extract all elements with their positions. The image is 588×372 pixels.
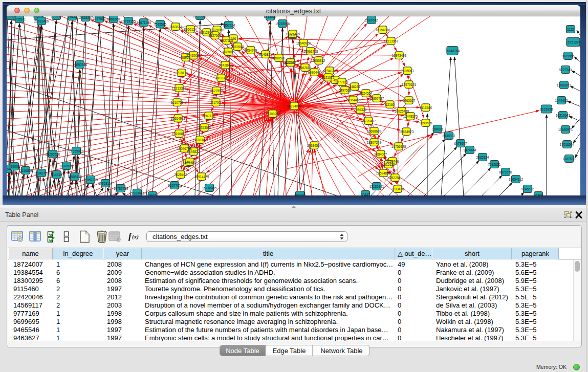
svg-text:92456: 92456	[534, 194, 543, 196]
svg-text:3875685: 3875685	[222, 50, 235, 54]
svg-text:1905571: 1905571	[13, 17, 26, 21]
svg-text:1527602: 1527602	[93, 17, 106, 20]
svg-text:10973493: 10973493	[392, 54, 407, 57]
svg-text:12093872: 12093872	[557, 83, 572, 87]
svg-text:746266: 746266	[349, 85, 360, 89]
svg-text:9227343: 9227343	[559, 68, 572, 72]
svg-text:18724007: 18724007	[287, 104, 302, 108]
svg-text:1621072: 1621072	[322, 76, 335, 79]
svg-text:17359928: 17359928	[69, 149, 84, 153]
svg-text:7625402: 7625402	[175, 173, 187, 177]
svg-text:1990448: 1990448	[308, 71, 321, 74]
svg-text:12923445: 12923445	[130, 191, 145, 195]
svg-text:17957225: 17957225	[83, 178, 98, 182]
svg-text:41700: 41700	[211, 101, 221, 104]
svg-text:16210643: 16210643	[556, 114, 571, 117]
svg-text:11325419: 11325419	[286, 32, 300, 36]
svg-text:12353594: 12353594	[197, 126, 212, 129]
svg-text:604476: 604476	[294, 193, 306, 196]
svg-text:1588520: 1588520	[273, 56, 286, 60]
svg-text:20691406: 20691406	[34, 19, 49, 23]
svg-text:62160: 62160	[385, 103, 395, 106]
svg-text:23226058: 23226058	[210, 28, 225, 32]
svg-text:11156829: 11156829	[18, 169, 33, 172]
svg-text:1167533: 1167533	[563, 157, 576, 161]
svg-text:10756928: 10756928	[391, 145, 406, 148]
svg-text:10671355: 10671355	[137, 21, 151, 25]
svg-text:546: 546	[231, 37, 236, 40]
svg-text:10975857: 10975857	[59, 164, 74, 168]
svg-text:10025438: 10025438	[395, 110, 409, 113]
svg-text:20364456: 20364456	[346, 98, 361, 102]
svg-text:13449575: 13449575	[403, 115, 418, 118]
svg-text:8267130: 8267130	[203, 114, 215, 118]
svg-text:12213957: 12213957	[384, 39, 399, 43]
svg-text:149382: 149382	[184, 160, 195, 164]
svg-text:7485063: 7485063	[401, 69, 414, 73]
svg-text:10654112: 10654112	[509, 178, 523, 181]
svg-text:8471676: 8471676	[499, 170, 512, 174]
svg-text:6479197: 6479197	[454, 142, 467, 145]
svg-text:12975125: 12975125	[402, 83, 417, 86]
svg-text:2935134: 2935134	[476, 156, 489, 159]
svg-text:16033809: 16033809	[193, 16, 208, 18]
svg-text:9242848: 9242848	[219, 63, 232, 67]
svg-text:15716485: 15716485	[202, 186, 217, 190]
svg-text:13524855: 13524855	[376, 171, 391, 175]
svg-text:17016504: 17016504	[560, 143, 575, 146]
svg-text:129234: 129234	[147, 194, 158, 196]
svg-text:(x): (x)	[132, 233, 139, 240]
svg-text:19166852: 19166852	[172, 132, 187, 136]
svg-text:5493822: 5493822	[187, 150, 200, 154]
svg-text:8813054: 8813054	[264, 16, 277, 18]
svg-text:7663822: 7663822	[169, 25, 182, 29]
svg-text:7515526: 7515526	[154, 23, 167, 26]
svg-text:12213303: 12213303	[172, 86, 187, 90]
svg-text:3624554: 3624554	[360, 92, 373, 95]
svg-text:15720407: 15720407	[361, 119, 376, 123]
svg-text:16154808: 16154808	[376, 28, 390, 32]
svg-text:8427552: 8427552	[210, 89, 223, 93]
svg-text:9115460: 9115460	[420, 106, 432, 110]
svg-text:1562615: 1562615	[299, 66, 312, 70]
svg-text:12905135: 12905135	[68, 175, 82, 179]
svg-text:7986322: 7986322	[354, 108, 367, 112]
svg-text:15692971: 15692971	[558, 128, 573, 132]
svg-text:20053346: 20053346	[73, 63, 88, 67]
svg-text:9146821: 9146821	[259, 53, 272, 56]
svg-text:9327509: 9327509	[209, 34, 222, 37]
svg-text:9474444: 9474444	[464, 148, 476, 152]
svg-text:16782759: 16782759	[114, 187, 128, 190]
svg-text:10688609: 10688609	[367, 129, 382, 133]
svg-text:206914: 206914	[33, 16, 44, 18]
svg-text:9084067: 9084067	[375, 152, 387, 156]
svg-text:7955812: 7955812	[313, 59, 325, 62]
svg-text:16961758: 16961758	[303, 50, 318, 53]
svg-text:15300215: 15300215	[266, 112, 280, 116]
svg-text:8215958: 8215958	[540, 107, 553, 111]
svg-text:16914479: 16914479	[194, 175, 209, 179]
svg-text:12942757: 12942757	[34, 171, 49, 175]
svg-text:114519: 114519	[52, 173, 62, 177]
svg-text:19384554: 19384554	[307, 144, 322, 147]
svg-text:9245612: 9245612	[521, 187, 534, 191]
svg-text:18807249: 18807249	[367, 141, 382, 144]
svg-text:10807487: 10807487	[369, 97, 384, 100]
svg-text:6497568: 6497568	[339, 89, 352, 92]
svg-text:9657791: 9657791	[168, 184, 181, 187]
svg-text:1615112: 1615112	[382, 163, 395, 166]
svg-text:30447: 30447	[361, 193, 370, 196]
svg-text:9463627: 9463627	[403, 99, 416, 102]
svg-text:105332: 105332	[51, 16, 62, 18]
svg-text:15136141: 15136141	[369, 185, 384, 188]
svg-text:164095: 164095	[432, 127, 443, 131]
svg-text:19218906: 19218906	[275, 22, 290, 26]
svg-text:20206526: 20206526	[46, 152, 60, 156]
svg-text:6794028: 6794028	[323, 69, 336, 73]
svg-text:16648764: 16648764	[445, 49, 460, 53]
svg-text:19654923: 19654923	[399, 130, 414, 134]
svg-text:3878342: 3878342	[194, 138, 207, 142]
svg-text:6466160: 6466160	[107, 17, 120, 21]
svg-text:9329966: 9329966	[562, 54, 575, 58]
svg-text:2718170: 2718170	[176, 71, 188, 75]
